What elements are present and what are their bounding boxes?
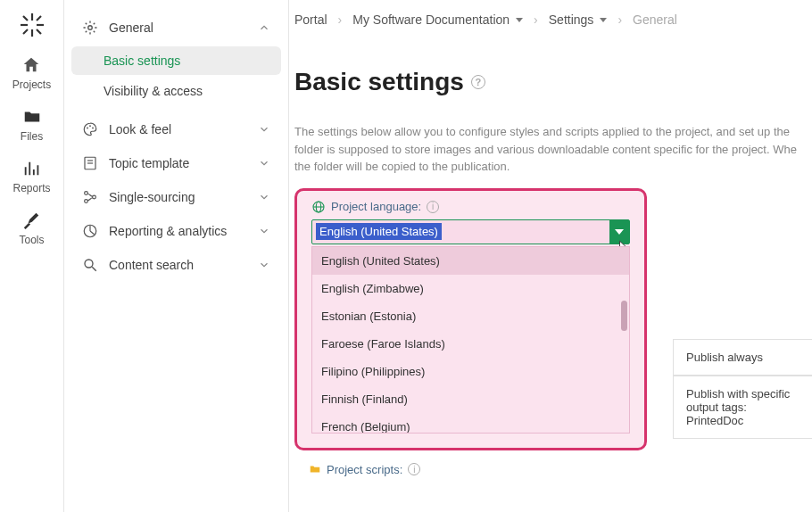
language-dropdown: English (United States) English (Zimbabw…: [311, 246, 630, 434]
chevron-down-icon: [258, 225, 270, 237]
sidebar-basic-settings[interactable]: Basic settings: [71, 46, 281, 75]
language-option[interactable]: English (United States): [312, 247, 629, 275]
svg-line-7: [37, 16, 41, 21]
svg-line-5: [37, 29, 41, 34]
crumb-sep: ›: [534, 12, 538, 27]
publish-always-cell[interactable]: Publish always: [673, 339, 812, 376]
chevron-down-icon: [258, 259, 270, 271]
caret-icon: [600, 18, 607, 22]
globe-icon: [311, 200, 326, 214]
folder-icon: [309, 463, 321, 475]
sidebar-content-search[interactable]: Content search: [71, 248, 281, 282]
main-content: Portal › My Software Documentation › Set…: [289, 0, 812, 512]
svg-line-20: [92, 267, 96, 271]
page-title: Basic settings ?: [289, 27, 812, 96]
sidebar-visibility-access[interactable]: Visibility & access: [71, 77, 281, 105]
folder-icon: [22, 107, 42, 127]
crumb-current: General: [633, 12, 677, 27]
crumb-sep: ›: [338, 12, 343, 27]
language-option[interactable]: French (Belgium): [312, 413, 629, 434]
sidebar-reporting[interactable]: Reporting & analytics: [71, 214, 281, 248]
publish-options-panel: Publish always Publish with specific out…: [673, 339, 812, 439]
sidebar-label: General: [109, 21, 153, 35]
language-option[interactable]: Finnish (Finland): [312, 385, 629, 413]
svg-point-15: [85, 192, 88, 195]
language-option[interactable]: Filipino (Philippines): [312, 358, 629, 385]
chevron-down-icon: [258, 157, 270, 169]
sidebar-look-feel[interactable]: Look & feel: [71, 112, 281, 146]
sidebar-single-sourcing[interactable]: Single-sourcing: [71, 180, 281, 214]
home-icon: [21, 55, 41, 75]
publish-tags-cell[interactable]: Publish with specific output tags: Print…: [673, 376, 812, 439]
crumb-settings[interactable]: Settings: [549, 12, 608, 27]
chevron-up-icon: [258, 21, 270, 34]
nav-rail: Projects Files Reports Tools: [0, 0, 64, 512]
rail-reports[interactable]: Reports: [12, 159, 50, 194]
sidebar-label: Content search: [109, 258, 194, 272]
scrollbar-thumb[interactable]: [621, 301, 627, 331]
palette-icon: [82, 121, 98, 137]
rail-projects[interactable]: Projects: [12, 55, 51, 91]
svg-line-6: [23, 29, 28, 34]
language-highlight-box: Project language: i English (United Stat…: [294, 188, 647, 450]
branch-icon: [82, 189, 98, 205]
sidebar-label: Topic template: [109, 156, 189, 170]
template-icon: [82, 155, 98, 171]
chevron-down-icon: [258, 191, 270, 203]
info-icon[interactable]: i: [408, 463, 420, 475]
sidebar-label: Reporting & analytics: [109, 224, 227, 238]
analytics-icon: [82, 223, 98, 239]
crumb-project[interactable]: My Software Documentation: [352, 12, 523, 27]
caret-icon: [516, 18, 523, 22]
svg-line-4: [23, 16, 28, 21]
sidebar-topic-template[interactable]: Topic template: [71, 146, 281, 180]
settings-sidebar: General Basic settings Visibility & acce…: [64, 0, 289, 512]
rail-label: Projects: [12, 78, 51, 91]
chart-icon: [22, 159, 42, 178]
language-option[interactable]: English (Zimbabwe): [312, 275, 629, 302]
rail-label: Reports: [12, 182, 50, 194]
svg-point-16: [85, 200, 88, 203]
gear-icon: [82, 20, 98, 36]
sidebar-label: Look & feel: [109, 122, 171, 136]
rail-label: Tools: [19, 234, 44, 246]
help-icon[interactable]: ?: [471, 75, 485, 89]
breadcrumb: Portal › My Software Documentation › Set…: [289, 12, 812, 27]
chevron-down-icon: [258, 123, 270, 136]
language-option[interactable]: Estonian (Estonia): [312, 302, 629, 330]
search-icon: [82, 257, 98, 273]
dropdown-toggle-button[interactable]: [609, 220, 629, 244]
rail-label: Files: [21, 130, 43, 143]
svg-point-9: [87, 128, 88, 129]
language-option[interactable]: Faroese (Faroe Islands): [312, 330, 629, 358]
svg-point-8: [88, 26, 93, 30]
info-icon[interactable]: i: [427, 201, 439, 213]
crumb-portal[interactable]: Portal: [294, 12, 327, 27]
rail-tools[interactable]: Tools: [19, 211, 44, 246]
project-scripts-field: Project scripts: i: [309, 463, 812, 476]
language-combobox[interactable]: English (United States) English (United …: [311, 219, 630, 434]
crumb-sep: ›: [617, 12, 622, 27]
page-description: The settings below allow you to configur…: [289, 96, 812, 176]
svg-point-19: [85, 260, 93, 268]
sidebar-general[interactable]: General: [71, 11, 281, 45]
language-field-label: Project language: i: [311, 200, 630, 214]
svg-point-17: [93, 195, 96, 199]
svg-point-10: [89, 125, 91, 127]
app-logo: [18, 11, 46, 39]
rail-files[interactable]: Files: [21, 107, 43, 143]
sidebar-label: Single-sourcing: [109, 190, 195, 204]
language-selected: English (United States): [316, 223, 442, 240]
svg-point-11: [92, 128, 94, 129]
tools-icon: [21, 211, 41, 230]
